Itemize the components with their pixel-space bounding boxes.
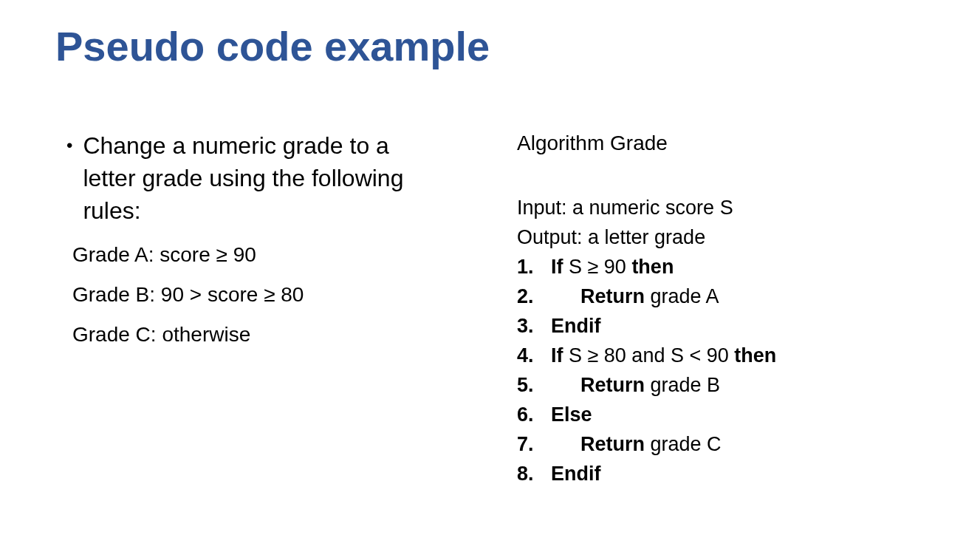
algorithm-step: 7.Return grade C — [517, 429, 857, 459]
step-text: S ≥ 80 and S < 90 — [563, 344, 735, 367]
step-number: 1. — [517, 252, 551, 282]
algorithm-step: 4.If S ≥ 80 and S < 90 then — [517, 341, 857, 370]
step-body: Return grade B — [551, 370, 857, 400]
algorithm-step: 8.Endif — [517, 459, 857, 488]
step-number: 4. — [517, 341, 551, 370]
step-keyword: If — [551, 256, 563, 278]
step-number: 3. — [517, 311, 551, 341]
left-column: • Change a numeric grade to a letter gra… — [59, 129, 443, 488]
step-body: Endif — [551, 459, 857, 488]
algorithm-title: Algorithm Grade — [517, 129, 857, 157]
slide-title: Pseudo code example — [55, 22, 921, 70]
step-body: Return grade C — [551, 429, 857, 459]
rule-line: Grade B: 90 > score ≥ 80 — [72, 280, 443, 310]
algorithm-step: 5.Return grade B — [517, 370, 857, 400]
bullet-item: • Change a numeric grade to a letter gra… — [59, 129, 443, 227]
step-text: grade A — [645, 285, 719, 307]
algorithm-step: 2.Return grade A — [517, 282, 857, 311]
step-body: Endif — [551, 311, 857, 341]
step-number: 2. — [517, 282, 551, 311]
slide-content: • Change a numeric grade to a letter gra… — [59, 129, 921, 488]
step-number: 5. — [517, 370, 551, 400]
step-keyword: Endif — [551, 315, 601, 337]
rule-line: Grade C: otherwise — [72, 320, 443, 350]
step-text: S ≥ 90 — [563, 256, 632, 278]
right-column: Algorithm Grade Input: a numeric score S… — [502, 129, 857, 488]
step-body: If S ≥ 90 then — [551, 252, 857, 282]
step-number: 8. — [517, 459, 551, 488]
algorithm-steps: 1.If S ≥ 90 then2.Return grade A3.Endif4… — [517, 252, 857, 488]
algorithm-step: 1.If S ≥ 90 then — [517, 252, 857, 282]
step-body: Return grade A — [551, 282, 857, 311]
step-keyword: If — [551, 344, 563, 367]
bullet-text: Change a numeric grade to a letter grade… — [83, 129, 443, 227]
algorithm-input: Input: a numeric score S — [517, 193, 857, 222]
step-keyword: then — [734, 344, 776, 367]
algorithm-step: 6.Else — [517, 400, 857, 429]
step-keyword: Return — [580, 285, 645, 307]
step-keyword: Return — [580, 433, 645, 455]
step-keyword: Else — [551, 403, 592, 426]
step-number: 6. — [517, 400, 551, 429]
step-keyword: then — [631, 256, 674, 278]
algorithm-step: 3.Endif — [517, 311, 857, 341]
step-keyword: Return — [580, 374, 645, 396]
step-body: Else — [551, 400, 857, 429]
step-number: 7. — [517, 429, 551, 459]
step-body: If S ≥ 80 and S < 90 then — [551, 341, 857, 370]
step-text: grade B — [645, 374, 720, 396]
step-keyword: Endif — [551, 463, 601, 485]
algorithm-output: Output: a letter grade — [517, 222, 857, 252]
bullet-dot-icon: • — [66, 129, 72, 162]
rule-line: Grade A: score ≥ 90 — [72, 240, 443, 270]
step-text: grade C — [645, 433, 722, 455]
